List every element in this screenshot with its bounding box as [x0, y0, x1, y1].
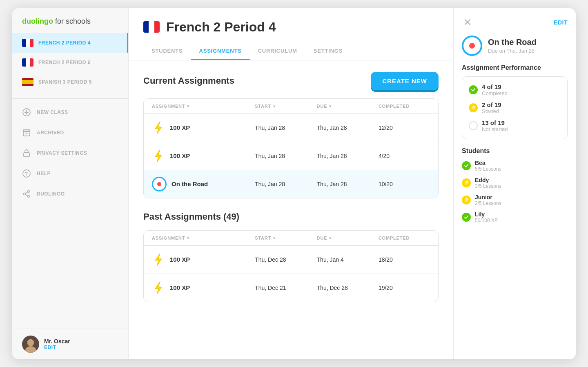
current-assignments-header: Current Assignments CREATE NEW — [143, 72, 439, 90]
student-name: Lily — [475, 211, 498, 218]
plus-circle-icon — [22, 108, 31, 117]
sidebar-class-label: FRENCH 2 PERIOD 4 — [38, 40, 91, 46]
student-status-icon — [462, 161, 471, 170]
due-date: Thu, Jan 4 — [317, 256, 379, 263]
due-date: Thu, Jan 28 — [317, 125, 379, 131]
past-assignments-header: Past Assignments (49) — [143, 211, 439, 222]
sort-arrow-icon: ∨ — [273, 104, 276, 108]
assignment-cell: 100 XP — [152, 252, 255, 267]
started-status-icon — [469, 103, 478, 112]
main-header: French 2 Period 4 STUDENTS ASSIGNMENTS C… — [129, 8, 453, 60]
student-row: Junior 2/5 Lessons — [462, 194, 568, 206]
student-name: Eddy — [475, 177, 501, 183]
assignment-cell: On the Road — [152, 177, 255, 191]
svg-text:?: ? — [25, 171, 28, 177]
tab-students[interactable]: STUDENTS — [143, 43, 191, 60]
students-title: Students — [462, 147, 568, 155]
sidebar-item-archived[interactable]: ARCHIVED — [12, 122, 128, 143]
help-label: HELP — [37, 171, 51, 176]
sidebar-item-help[interactable]: ? HELP — [12, 163, 128, 184]
student-sub: 50/100 XP — [475, 218, 498, 223]
archived-label: ARCHIVED — [37, 130, 64, 136]
sidebar: duolingo for schools FRENCH 2 PERIOD 4 F… — [12, 8, 129, 359]
share-icon — [22, 189, 31, 198]
sidebar-item-spanish-3-period-5[interactable]: SPANISH 3 PERIOD 5 — [12, 72, 128, 92]
start-date: Thu, Jan 28 — [255, 125, 316, 131]
student-info: Junior 2/5 Lessons — [475, 194, 501, 206]
table-row[interactable]: 100 XP Thu, Dec 21 Thu, Dec 28 19/20 — [144, 274, 438, 302]
table-row[interactable]: On the Road Thu, Jan 28 Thu, Jan 28 10/2… — [144, 170, 438, 198]
sidebar-classes: FRENCH 2 PERIOD 4 FRENCH 2 PERIOD 6 SPAN… — [12, 33, 128, 95]
lightning-icon — [152, 149, 165, 163]
edit-link[interactable]: EDIT — [554, 19, 568, 26]
table-row[interactable]: 100 XP Thu, Dec 28 Thu, Jan 4 18/20 — [144, 246, 438, 274]
sidebar-item-french-2-period-4[interactable]: FRENCH 2 PERIOD 4 — [12, 33, 128, 53]
flag-spanish-icon — [22, 78, 33, 86]
svg-marker-21 — [155, 281, 162, 294]
student-status-icon — [462, 196, 471, 205]
table-row[interactable]: 100 XP Thu, Jan 28 Thu, Jan 28 4/20 — [144, 142, 438, 170]
class-title: French 2 Period 4 — [166, 20, 276, 35]
assignment-detail-header: On the Road Due on Thu, Jan 28 — [462, 36, 568, 56]
due-date: Thu, Jan 28 — [317, 181, 379, 187]
performance-info: 13 of 19 Not started — [482, 119, 508, 132]
main-content: French 2 Period 4 STUDENTS ASSIGNMENTS C… — [129, 8, 453, 359]
question-circle-icon: ? — [22, 169, 31, 178]
header-due: DUE ∨ — [317, 236, 379, 240]
header-assignment: ASSIGNMENT ∨ — [152, 236, 255, 240]
completed-count: 12/20 — [379, 125, 430, 131]
close-button[interactable] — [462, 16, 473, 29]
sidebar-divider — [12, 98, 128, 99]
student-name: Bea — [475, 160, 501, 166]
completed-count: 4/20 — [379, 153, 430, 159]
sidebar-item-privacy-settings[interactable]: PRIVACY SETTINGS — [12, 143, 128, 163]
header-completed: COMPLETED — [379, 104, 430, 109]
flag-french-icon — [22, 39, 33, 47]
lightning-icon — [152, 120, 165, 135]
assignment-cell: 100 XP — [152, 120, 255, 135]
archive-icon — [22, 128, 31, 137]
student-info: Bea 5/5 Lessons — [475, 160, 501, 172]
user-edit-link[interactable]: EDIT — [44, 345, 70, 350]
flag-french-icon — [22, 58, 33, 67]
svg-marker-18 — [155, 121, 162, 134]
tab-curriculum[interactable]: CURRICULUM — [250, 43, 305, 60]
road-icon — [152, 177, 167, 191]
perf-count: 2 of 19 — [482, 101, 501, 108]
avatar — [22, 336, 39, 353]
performance-card: 4 of 19 Completed 2 of 19 Started — [462, 76, 568, 139]
assignment-cell: 100 XP — [152, 149, 255, 163]
logo-text: duolingo for schools — [22, 17, 91, 26]
assignment-cell: 100 XP — [152, 280, 255, 295]
past-table-header: ASSIGNMENT ∨ START ∨ DUE ∨ COMPLETED — [144, 231, 438, 246]
table-row[interactable]: 100 XP Thu, Jan 28 Thu, Jan 28 12/20 — [144, 114, 438, 142]
sidebar-item-new-class[interactable]: NEW CLASS — [12, 102, 128, 122]
app-logo: duolingo for schools — [12, 8, 128, 33]
detail-due: Due on Thu, Jan 28 — [488, 48, 537, 54]
header-start: START ∨ — [255, 236, 316, 240]
sidebar-item-french-2-period-6[interactable]: FRENCH 2 PERIOD 6 — [12, 53, 128, 72]
perf-label: Completed — [482, 90, 508, 96]
create-new-button[interactable]: CREATE NEW — [371, 72, 439, 90]
performance-title: Assignment Performance — [462, 64, 568, 71]
student-row: Lily 50/100 XP — [462, 211, 568, 223]
perf-label: Not started — [482, 126, 508, 132]
current-assignments-title: Current Assignments — [143, 76, 234, 86]
svg-rect-4 — [23, 130, 30, 131]
past-assignments-title: Past Assignments (49) — [143, 211, 239, 222]
completed-count: 18/20 — [379, 256, 430, 263]
tab-assignments[interactable]: ASSIGNMENTS — [191, 43, 249, 60]
svg-point-10 — [28, 195, 30, 197]
past-assignments-table: ASSIGNMENT ∨ START ∨ DUE ∨ COMPLETED — [143, 230, 439, 302]
sidebar-item-duolingo[interactable]: DUOLINGO — [12, 184, 128, 204]
performance-info: 2 of 19 Started — [482, 101, 501, 114]
user-info: Mr. Oscar EDIT — [44, 338, 70, 350]
current-assignments-table: ASSIGNMENT ∨ START ∨ DUE ∨ COMPLETED — [143, 98, 439, 198]
tab-settings[interactable]: SETTINGS — [305, 43, 351, 60]
sidebar-class-label: SPANISH 3 PERIOD 5 — [38, 79, 92, 85]
svg-marker-20 — [155, 253, 162, 266]
class-flag-icon — [143, 21, 160, 33]
sort-arrow-icon: ∨ — [329, 236, 332, 240]
perf-count: 13 of 19 — [482, 119, 508, 126]
start-date: Thu, Jan 28 — [255, 153, 316, 159]
